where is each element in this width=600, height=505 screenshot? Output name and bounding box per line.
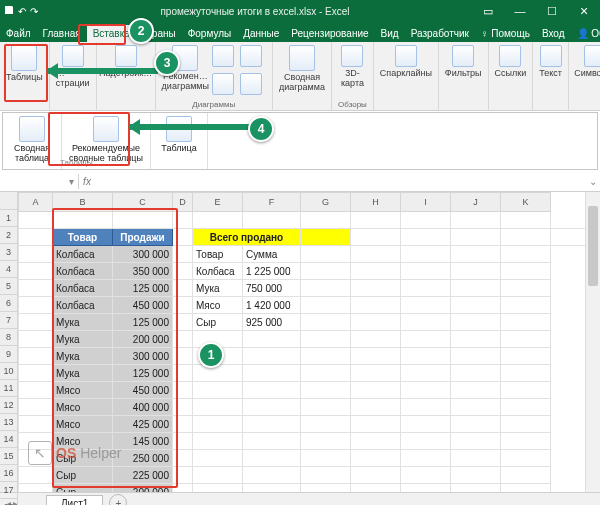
cell[interactable] bbox=[243, 416, 301, 433]
cell[interactable]: 1 225 000 bbox=[243, 263, 301, 280]
cell[interactable] bbox=[243, 433, 301, 450]
chart-line-icon[interactable] bbox=[240, 45, 262, 67]
cell[interactable]: 125 000 bbox=[113, 314, 173, 331]
row-header[interactable]: 10 bbox=[0, 363, 18, 380]
save-icon[interactable] bbox=[4, 5, 14, 17]
cell[interactable]: Мука bbox=[53, 365, 113, 382]
cell[interactable] bbox=[19, 467, 53, 484]
cell[interactable] bbox=[19, 382, 53, 399]
cell[interactable]: Колбаса bbox=[53, 280, 113, 297]
cell[interactable] bbox=[301, 314, 351, 331]
cell[interactable] bbox=[501, 433, 551, 450]
cell[interactable] bbox=[173, 467, 193, 484]
cell[interactable] bbox=[351, 484, 401, 493]
cell[interactable] bbox=[501, 484, 551, 493]
cell[interactable] bbox=[401, 280, 451, 297]
cell[interactable] bbox=[351, 382, 401, 399]
col-header[interactable]: H bbox=[351, 193, 401, 212]
col-header[interactable]: B bbox=[53, 193, 113, 212]
row-header[interactable]: 3 bbox=[0, 244, 18, 261]
cell[interactable] bbox=[19, 212, 53, 229]
cell[interactable] bbox=[451, 399, 501, 416]
cell[interactable]: Мука bbox=[53, 348, 113, 365]
cell[interactable] bbox=[173, 280, 193, 297]
cell[interactable] bbox=[501, 399, 551, 416]
cell[interactable] bbox=[301, 280, 351, 297]
minimize-icon[interactable]: — bbox=[504, 0, 536, 22]
new-sheet-button[interactable]: + bbox=[109, 494, 127, 505]
cell[interactable] bbox=[301, 467, 351, 484]
row-header[interactable]: 15 bbox=[0, 448, 18, 465]
vertical-scrollbar[interactable] bbox=[585, 192, 600, 492]
cell[interactable] bbox=[351, 331, 401, 348]
cell[interactable] bbox=[301, 297, 351, 314]
cell[interactable]: 925 000 bbox=[243, 314, 301, 331]
cell[interactable] bbox=[451, 263, 501, 280]
cell[interactable] bbox=[193, 450, 243, 467]
cell[interactable] bbox=[351, 467, 401, 484]
col-header[interactable]: D bbox=[173, 193, 193, 212]
cell[interactable] bbox=[351, 297, 401, 314]
cell[interactable]: 125 000 bbox=[113, 365, 173, 382]
cell[interactable] bbox=[243, 331, 301, 348]
cell[interactable] bbox=[501, 246, 551, 263]
cell[interactable] bbox=[351, 416, 401, 433]
cell[interactable] bbox=[19, 280, 53, 297]
cell[interactable] bbox=[351, 263, 401, 280]
cell[interactable]: Товар bbox=[193, 246, 243, 263]
cell[interactable]: 225 000 bbox=[113, 467, 173, 484]
formula-input[interactable] bbox=[95, 179, 586, 183]
row-header[interactable]: 13 bbox=[0, 414, 18, 431]
cell[interactable] bbox=[451, 280, 501, 297]
cell[interactable] bbox=[451, 331, 501, 348]
cell[interactable] bbox=[19, 297, 53, 314]
row-header[interactable]: 4 bbox=[0, 261, 18, 278]
cell[interactable]: Колбаса bbox=[193, 263, 243, 280]
cell[interactable] bbox=[451, 297, 501, 314]
cell[interactable] bbox=[401, 263, 451, 280]
tab-login[interactable]: Вход bbox=[536, 25, 571, 42]
col-header[interactable]: K bbox=[501, 193, 551, 212]
cell[interactable]: 350 000 bbox=[113, 263, 173, 280]
cell[interactable] bbox=[173, 212, 193, 229]
cell[interactable] bbox=[351, 433, 401, 450]
cell[interactable] bbox=[351, 212, 401, 229]
cell[interactable] bbox=[501, 263, 551, 280]
cell[interactable]: Всего продано bbox=[193, 229, 301, 246]
cell[interactable] bbox=[301, 450, 351, 467]
cell[interactable]: 200 000 bbox=[113, 331, 173, 348]
row-header[interactable]: 17 bbox=[0, 482, 18, 499]
cell[interactable] bbox=[351, 246, 401, 263]
cell[interactable] bbox=[351, 348, 401, 365]
cell[interactable] bbox=[173, 484, 193, 493]
ribbon-pivotchart[interactable]: Сводная диаграмма bbox=[273, 42, 332, 110]
row-header[interactable]: 9 bbox=[0, 346, 18, 363]
sheet-tab-1[interactable]: Лист1 bbox=[46, 495, 103, 505]
cell[interactable] bbox=[301, 433, 351, 450]
cell[interactable]: Колбаса bbox=[53, 246, 113, 263]
cell[interactable] bbox=[351, 229, 401, 246]
cell[interactable] bbox=[351, 450, 401, 467]
row-header[interactable]: 5 bbox=[0, 278, 18, 295]
row-header[interactable]: 12 bbox=[0, 397, 18, 414]
cell[interactable] bbox=[451, 365, 501, 382]
cell[interactable] bbox=[19, 229, 53, 246]
cell[interactable] bbox=[401, 331, 451, 348]
cell[interactable] bbox=[401, 467, 451, 484]
cell[interactable] bbox=[501, 314, 551, 331]
cell[interactable] bbox=[301, 416, 351, 433]
row-header[interactable]: 7 bbox=[0, 312, 18, 329]
cell[interactable] bbox=[401, 382, 451, 399]
cell[interactable] bbox=[501, 450, 551, 467]
cell[interactable] bbox=[243, 348, 301, 365]
cell[interactable] bbox=[301, 484, 351, 493]
cell[interactable] bbox=[301, 331, 351, 348]
row-header[interactable]: 11 bbox=[0, 380, 18, 397]
cell[interactable] bbox=[351, 280, 401, 297]
cell[interactable] bbox=[193, 467, 243, 484]
cell[interactable] bbox=[501, 365, 551, 382]
redo-icon[interactable]: ↷ bbox=[30, 6, 38, 17]
cell[interactable]: 750 000 bbox=[243, 280, 301, 297]
cell[interactable] bbox=[53, 212, 113, 229]
tab-review[interactable]: Рецензирование bbox=[285, 25, 374, 42]
